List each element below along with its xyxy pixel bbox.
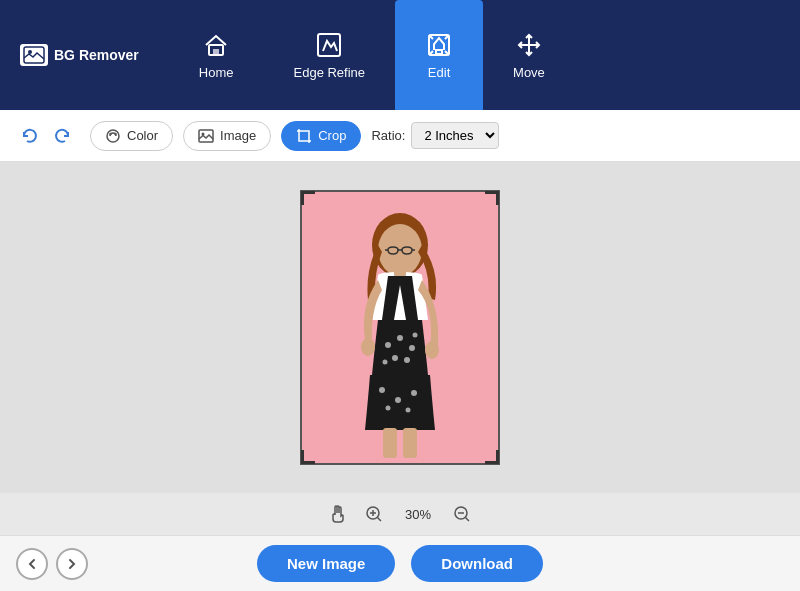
svg-point-9	[114, 132, 116, 134]
svg-point-30	[379, 387, 385, 393]
svg-rect-12	[299, 131, 309, 141]
ratio-selector: Ratio: 2 Inches 4:3 16:9 1:1 Free	[371, 122, 499, 149]
svg-point-36	[425, 341, 439, 359]
ratio-label: Ratio:	[371, 128, 405, 143]
ratio-dropdown[interactable]: 2 Inches 4:3 16:9 1:1 Free	[411, 122, 499, 149]
svg-point-28	[383, 360, 388, 365]
back-arrow-icon	[26, 558, 38, 570]
zoom-out-icon	[452, 504, 472, 524]
image-label: Image	[220, 128, 256, 143]
zoom-bar: 30%	[0, 493, 800, 535]
tab-edit[interactable]: Edit	[395, 0, 483, 110]
toolbar: Color Image Crop Ratio: 2 Inches 4:3 16:…	[0, 110, 800, 162]
svg-point-33	[386, 406, 391, 411]
svg-point-27	[404, 357, 410, 363]
crop-button[interactable]: Crop	[281, 121, 361, 151]
tab-home[interactable]: Home	[169, 0, 264, 110]
logo: BG Remover	[20, 44, 139, 66]
app-title: BG Remover	[54, 47, 139, 63]
svg-rect-37	[383, 428, 397, 458]
download-button[interactable]: Download	[411, 545, 543, 582]
svg-point-25	[409, 345, 415, 351]
header: BG Remover Home Edge Refine	[0, 0, 800, 110]
svg-point-34	[406, 408, 411, 413]
zoom-in-button[interactable]	[364, 504, 384, 524]
footer: New Image Download	[0, 535, 800, 591]
back-button[interactable]	[16, 548, 48, 580]
svg-rect-3	[213, 49, 219, 55]
download-label: Download	[441, 555, 513, 572]
undo-button[interactable]	[16, 122, 44, 150]
tab-move[interactable]: Move	[483, 0, 575, 110]
hand-icon	[328, 504, 348, 524]
hand-tool-button[interactable]	[328, 504, 348, 524]
svg-point-32	[411, 390, 417, 396]
crop-icon	[296, 128, 312, 144]
forward-button[interactable]	[56, 548, 88, 580]
edge-refine-icon	[315, 31, 343, 59]
tab-edit-label: Edit	[428, 65, 450, 80]
logo-icon	[20, 44, 48, 66]
svg-point-7	[107, 130, 119, 142]
svg-point-29	[413, 333, 418, 338]
tab-move-label: Move	[513, 65, 545, 80]
redo-button[interactable]	[48, 122, 76, 150]
svg-rect-38	[403, 428, 417, 458]
svg-rect-6	[436, 50, 442, 54]
svg-line-42	[378, 518, 382, 522]
color-button[interactable]: Color	[90, 121, 173, 151]
tab-home-label: Home	[199, 65, 234, 80]
undo-redo-group	[16, 122, 76, 150]
move-icon	[515, 31, 543, 59]
nav-tabs: Home Edge Refine Edit	[169, 0, 575, 110]
image-container	[300, 190, 500, 465]
new-image-label: New Image	[287, 555, 365, 572]
new-image-button[interactable]: New Image	[257, 545, 395, 582]
undo-icon	[20, 126, 40, 146]
svg-point-8	[109, 132, 111, 134]
svg-point-26	[392, 355, 398, 361]
image-background	[300, 190, 500, 465]
edit-icon	[425, 31, 453, 59]
zoom-percentage: 30%	[400, 507, 436, 522]
svg-point-24	[397, 335, 403, 341]
canvas-area	[0, 162, 800, 493]
redo-icon	[52, 126, 72, 146]
svg-point-23	[385, 342, 391, 348]
tab-edge-refine-label: Edge Refine	[294, 65, 366, 80]
nav-arrows	[16, 548, 88, 580]
zoom-in-icon	[364, 504, 384, 524]
tab-edge-refine[interactable]: Edge Refine	[264, 0, 396, 110]
svg-line-45	[466, 518, 470, 522]
svg-point-31	[395, 397, 401, 403]
crop-label: Crop	[318, 128, 346, 143]
color-label: Color	[127, 128, 158, 143]
person-svg	[300, 190, 500, 465]
svg-point-35	[361, 338, 375, 356]
forward-arrow-icon	[66, 558, 78, 570]
image-button[interactable]: Image	[183, 121, 271, 151]
color-icon	[105, 128, 121, 144]
home-icon	[202, 31, 230, 59]
image-icon	[198, 128, 214, 144]
zoom-out-button[interactable]	[452, 504, 472, 524]
